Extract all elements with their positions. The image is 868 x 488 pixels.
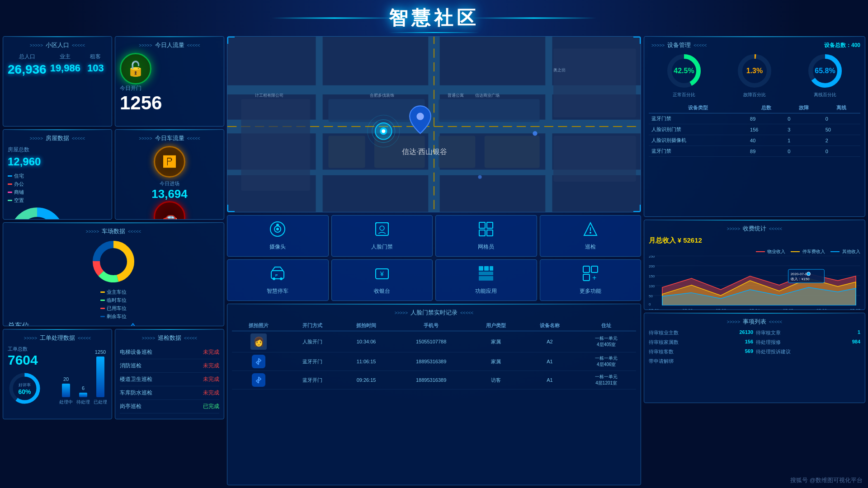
svg-point-39 bbox=[533, 131, 537, 136]
gauge-offline-val: 65.8% bbox=[815, 67, 835, 75]
gauge-normal-circle: 42.5% bbox=[666, 53, 702, 89]
svg-rect-75 bbox=[591, 266, 598, 272]
action-face-gate[interactable]: 人脸门禁 bbox=[331, 215, 433, 257]
col-photo: 抓拍照片 bbox=[232, 320, 286, 331]
legend-parking-fee: 停车费收入 bbox=[791, 249, 825, 255]
device-table-head: 设备类型 总数 故障 离线 bbox=[649, 103, 860, 113]
droplet-container: 26.6% bbox=[115, 321, 151, 326]
svg-rect-28 bbox=[241, 99, 310, 191]
quick-actions-top: 摄像头 人脸门禁 网格员 bbox=[227, 215, 641, 257]
legend-property: 物业收入 bbox=[756, 249, 786, 255]
action-cashier[interactable]: ¥ 收银台 bbox=[331, 259, 433, 301]
chart-area: 物业收入 停车费收入 其他收入 bbox=[649, 249, 860, 303]
svg-text:计工程有限公司: 计工程有限公司 bbox=[255, 93, 283, 98]
face-recognition-title: 人脸门禁实时记录 bbox=[232, 309, 636, 317]
inspection-item-3: 车库防水巡检 未完成 bbox=[120, 386, 219, 400]
inspection-title: 巡检数据 bbox=[120, 334, 219, 342]
patrol-label: 巡检 bbox=[585, 243, 596, 251]
svg-text:P: P bbox=[275, 273, 278, 277]
camera-icon bbox=[269, 221, 286, 240]
insp-status-3: 未完成 bbox=[203, 389, 219, 397]
total-pop-label: 总人口 bbox=[8, 53, 47, 61]
svg-point-49 bbox=[276, 224, 279, 226]
face-table-body: 👩 人脸开门 10:34:06 15055107788 家属 A2 一栋一单元4… bbox=[232, 331, 636, 389]
action-more[interactable]: + 更多功能 bbox=[540, 259, 642, 301]
quick-actions-bottom: P 智慧停车 ¥ 收银台 功能应用 bbox=[227, 259, 641, 301]
event-3: 待处理报修 984 bbox=[756, 339, 860, 346]
face-table-head: 抓拍照片 开门方式 抓拍时间 手机号 用户类型 设备名称 住址 bbox=[232, 320, 636, 331]
face-table: 抓拍照片 开门方式 抓拍时间 手机号 用户类型 设备名称 住址 👩 bbox=[232, 320, 636, 389]
col-user-type: 用户类型 bbox=[469, 320, 523, 331]
action-grid-staff[interactable]: 网格员 bbox=[435, 215, 537, 257]
svg-text:奥之坊: 奥之坊 bbox=[553, 68, 566, 72]
owner-pop: 业主 19,986 bbox=[50, 53, 80, 77]
insp-name-0: 电梯设备巡检 bbox=[120, 348, 152, 356]
svg-rect-58 bbox=[479, 230, 485, 236]
event-4: 待审核客数 569 bbox=[649, 348, 753, 355]
device-header-row: 设备管理 设备总数：400 bbox=[649, 41, 860, 49]
action-func-app[interactable]: 功能应用 bbox=[435, 259, 537, 301]
gauge-normal-inner: 42.5% bbox=[674, 67, 694, 75]
face-gate-icon bbox=[374, 221, 390, 240]
tenant-label: 租客 bbox=[84, 53, 107, 61]
dev-total-2: 40 bbox=[747, 135, 785, 146]
left-column: 小区人口 总人口 26,936 业主 19,986 租客 103 bbox=[3, 36, 224, 485]
svg-text:信达·西山银谷: 信达·西山银谷 bbox=[402, 147, 448, 155]
dev-row-0: 蓝牙门禁 89 0 0 bbox=[649, 113, 860, 124]
bar-pending: 6 待处理 bbox=[76, 385, 90, 405]
gauge-normal: 42.5% 正常百分比 bbox=[666, 53, 702, 98]
car-flow-panel: 今日车流量 🅿 今日进场 13,694 🚗 今日出场 369 bbox=[115, 129, 224, 220]
housing-panel: 房屋数据 房屋总数 12,960 住宅 bbox=[3, 129, 112, 220]
dev-type-0: 蓝牙门禁 bbox=[649, 113, 747, 124]
grid-staff-icon bbox=[478, 221, 494, 240]
insp-name-4: 岗亭巡检 bbox=[120, 403, 142, 410]
svg-text:收入：¥150: 收入：¥150 bbox=[791, 277, 810, 281]
dev-col-type: 设备类型 bbox=[649, 103, 747, 113]
face-photo-0: 👩 bbox=[250, 333, 267, 350]
camera-label: 摄像头 bbox=[269, 243, 286, 251]
dot-owner-car bbox=[100, 291, 105, 293]
work-total-label: 工单总数 bbox=[8, 346, 55, 352]
event-6: 带申请解绑 bbox=[649, 358, 753, 365]
svg-text:50: 50 bbox=[649, 294, 653, 298]
dev-col-fault: 故障 bbox=[785, 103, 822, 113]
gauge-normal-val: 42.5% bbox=[674, 67, 694, 75]
photo-1 bbox=[232, 352, 286, 371]
svg-rect-59 bbox=[487, 230, 493, 236]
method-1: 蓝牙开门 bbox=[286, 352, 340, 371]
action-camera[interactable]: 摄像头 bbox=[227, 215, 329, 257]
legend-remaining-car: 剩余车位 bbox=[100, 313, 127, 320]
corner-tr bbox=[633, 37, 641, 44]
event-label-3: 待处理报修 bbox=[756, 339, 781, 346]
exit-circle: 🚗 bbox=[154, 201, 185, 220]
svg-point-64 bbox=[273, 277, 275, 280]
dot-used-car bbox=[100, 308, 105, 309]
svg-text:0: 0 bbox=[649, 302, 651, 305]
dev-row-3: 蓝牙门禁 89 0 0 bbox=[649, 146, 860, 157]
col-time: 抓拍时间 bbox=[340, 320, 393, 331]
fee-title: 收费统计 bbox=[649, 225, 860, 233]
dev-col-total: 总数 bbox=[747, 103, 785, 113]
svg-rect-27 bbox=[485, 136, 540, 168]
svg-text:250: 250 bbox=[649, 256, 655, 258]
method-0: 人脸开门 bbox=[286, 331, 340, 352]
gauge-offline: 65.8% 离线百分比 bbox=[807, 53, 843, 98]
header: 智慧社区 bbox=[0, 0, 868, 36]
action-patrol[interactable]: 巡检 bbox=[540, 215, 642, 257]
svg-rect-74 bbox=[583, 266, 590, 272]
dev-offline-0: 0 bbox=[823, 113, 860, 124]
bar3-val: 1250 bbox=[95, 349, 106, 355]
svg-point-34 bbox=[382, 129, 385, 133]
lock-icon: 🔓 bbox=[120, 53, 151, 84]
dev-fault-3: 0 bbox=[785, 146, 822, 157]
face-row-0: 👩 人脸开门 10:34:06 15055107788 家属 A2 一栋一单元4… bbox=[232, 331, 636, 352]
legend-owner-car: 业主车位 bbox=[100, 289, 127, 296]
work-total-value: 7604 bbox=[8, 352, 55, 368]
flow-stats: 今日开门 1256 bbox=[120, 84, 219, 114]
bt-icon-1 bbox=[252, 355, 265, 368]
action-smart-parking[interactable]: P 智慧停车 bbox=[227, 259, 329, 301]
inspection-item-4: 岗亭巡检 已完成 bbox=[120, 400, 219, 413]
bar-processing: 20 处理中 bbox=[59, 376, 73, 405]
legend-parking-fee-line bbox=[791, 251, 800, 252]
dev-offline-2: 2 bbox=[823, 135, 860, 146]
